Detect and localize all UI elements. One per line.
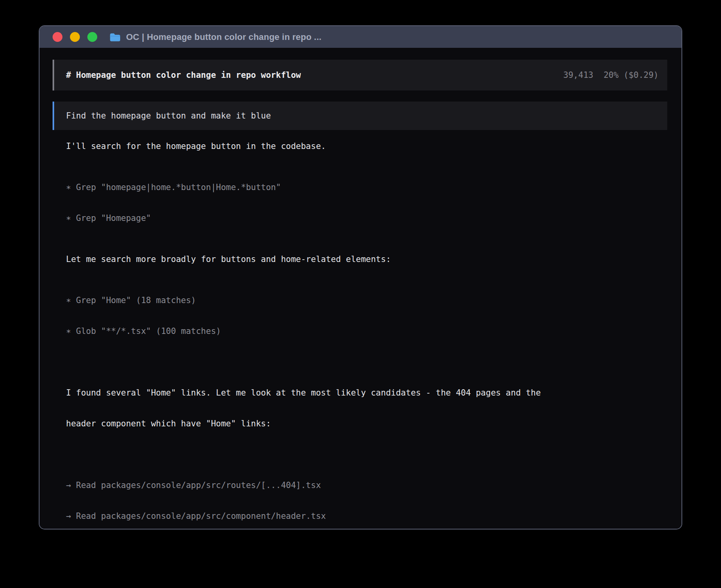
user-message: Find the homepage button and make it blu… bbox=[53, 102, 667, 130]
assistant-text-broader: Let me search more broadly for buttons a… bbox=[66, 254, 667, 264]
tool-call-grep: ∗ Grep "homepage|home.*button|Home.*butt… bbox=[66, 182, 667, 192]
terminal-content: # Homepage button color change in repo w… bbox=[40, 48, 681, 530]
terminal-window: OC | Homepage button color change in rep… bbox=[39, 25, 682, 530]
traffic-lights bbox=[53, 32, 97, 42]
assistant-text-found: I found several "Home" links. Let me loo… bbox=[66, 367, 667, 449]
tool-call-group: ∗ Grep "Home" (18 matches) ∗ Glob "**/*.… bbox=[66, 275, 667, 357]
window-title: OC | Homepage button color change in rep… bbox=[126, 32, 321, 42]
context-cost: 20% ($0.29) bbox=[604, 70, 659, 80]
close-button[interactable] bbox=[53, 32, 62, 42]
folder-icon bbox=[109, 33, 121, 41]
assistant-text-intro: I'll search for the homepage button in t… bbox=[66, 141, 667, 151]
token-count: 39,413 bbox=[563, 70, 593, 80]
tool-call-grep: ∗ Grep "Homepage" bbox=[66, 213, 667, 223]
tool-call-read: → Read packages/console/app/src/routes/[… bbox=[66, 480, 667, 490]
tool-call-group: → Read packages/console/app/src/routes/[… bbox=[66, 460, 667, 530]
assistant-text-line: header component which have "Home" links… bbox=[66, 418, 667, 429]
zoom-button[interactable] bbox=[87, 32, 97, 42]
tool-call-group: ∗ Grep "homepage|home.*button|Home.*butt… bbox=[66, 162, 667, 244]
session-metrics: 39,413 20% ($0.29) bbox=[563, 70, 659, 80]
titlebar[interactable]: OC | Homepage button color change in rep… bbox=[40, 26, 681, 48]
tool-call-glob: ∗ Glob "**/*.tsx" (100 matches) bbox=[66, 326, 667, 336]
tool-call-grep: ∗ Grep "Home" (18 matches) bbox=[66, 295, 667, 305]
session-header: # Homepage button color change in repo w… bbox=[53, 60, 667, 90]
user-message-text: Find the homepage button and make it blu… bbox=[66, 111, 271, 121]
assistant-text-line: I found several "Home" links. Let me loo… bbox=[66, 388, 667, 398]
conversation: I'll search for the homepage button in t… bbox=[66, 141, 667, 530]
tool-call-read: → Read packages/console/app/src/componen… bbox=[66, 511, 667, 521]
session-title: # Homepage button color change in repo w… bbox=[66, 70, 301, 80]
minimize-button[interactable] bbox=[70, 32, 80, 42]
